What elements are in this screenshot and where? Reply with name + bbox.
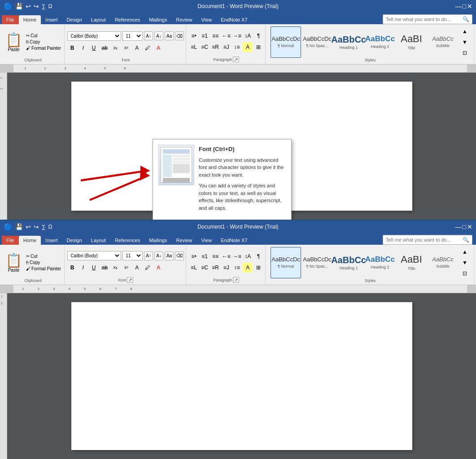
tab-layout-1[interactable]: Layout bbox=[87, 15, 110, 24]
font-shrink-btn-2[interactable]: A↓ bbox=[154, 251, 163, 260]
cut-button-1[interactable]: ✂ Cut bbox=[25, 33, 62, 39]
font-color-btn-1[interactable]: A bbox=[153, 43, 163, 53]
maximize-btn-2[interactable]: □ bbox=[463, 223, 466, 230]
line-spacing-btn-1[interactable]: ↕≡ bbox=[232, 42, 242, 52]
shading-btn-2[interactable]: A bbox=[243, 263, 253, 273]
paste-button-1[interactable]: 📋 Paste bbox=[4, 31, 24, 53]
line-spacing-btn-2[interactable]: ↕≡ bbox=[232, 263, 242, 273]
tab-file-2[interactable]: File bbox=[2, 236, 19, 245]
qat-redo-2[interactable]: ↪ bbox=[34, 223, 39, 230]
font-name-select-2[interactable]: Calibri (Body) bbox=[67, 251, 121, 260]
style-h2-1[interactable]: AaBbCc Heading 2 bbox=[365, 26, 395, 58]
decrease-indent-btn-1[interactable]: ←≡ bbox=[221, 31, 231, 41]
text-effect-btn-2[interactable]: A bbox=[132, 263, 142, 273]
cut-button-2[interactable]: ✂ Cut bbox=[25, 253, 62, 259]
font-size-select-2[interactable]: 11 bbox=[122, 251, 143, 260]
tab-mailings-2[interactable]: Mailings bbox=[144, 236, 171, 245]
align-left-btn-2[interactable]: ≡L bbox=[189, 263, 199, 273]
show-formatting-btn-2[interactable]: ¶ bbox=[253, 251, 263, 261]
borders-btn-2[interactable]: ⊞ bbox=[253, 263, 263, 273]
increase-indent-btn-1[interactable]: →≡ bbox=[232, 31, 242, 41]
clear-format-btn-1[interactable]: ⌫ bbox=[175, 31, 184, 40]
increase-indent-btn-2[interactable]: →≡ bbox=[232, 251, 242, 261]
style-h1-2[interactable]: AaBbCc Heading 1 bbox=[333, 247, 364, 278]
styles-scroll-up-2[interactable]: ▲ bbox=[460, 247, 470, 257]
borders-btn-1[interactable]: ⊞ bbox=[253, 42, 263, 52]
justify-btn-1[interactable]: ≡J bbox=[221, 42, 231, 52]
copy-button-2[interactable]: ⎘ Copy bbox=[25, 260, 62, 265]
strikethrough-btn-2[interactable]: ab bbox=[100, 263, 109, 273]
text-highlight-btn-1[interactable]: 🖊 bbox=[143, 43, 153, 53]
style-title-1[interactable]: AaBI Title bbox=[396, 26, 427, 58]
tab-insert-2[interactable]: Insert bbox=[41, 236, 62, 245]
copy-button-1[interactable]: ⎘ Copy bbox=[25, 39, 62, 45]
align-right-btn-2[interactable]: ≡R bbox=[210, 263, 220, 273]
tab-file-1[interactable]: File bbox=[2, 15, 19, 24]
style-nospace-1[interactable]: AaBbCcDc ¶ No Spac... bbox=[302, 26, 332, 58]
tab-endnote-1[interactable]: EndNote X7 bbox=[216, 15, 252, 24]
justify-btn-2[interactable]: ≡J bbox=[221, 263, 231, 273]
search-input-1[interactable] bbox=[386, 17, 463, 22]
close-btn-2[interactable]: ✕ bbox=[467, 223, 472, 230]
tab-layout-2[interactable]: Layout bbox=[87, 236, 110, 245]
font-color-btn-2[interactable]: A bbox=[153, 263, 163, 273]
qat-omega[interactable]: Ω bbox=[48, 3, 52, 9]
shading-btn-1[interactable]: A bbox=[243, 42, 253, 52]
tab-home-2[interactable]: Home bbox=[19, 236, 41, 245]
style-nospace-2[interactable]: AaBbCcDc ¶ No Spac... bbox=[302, 247, 332, 278]
qat-sigma[interactable]: ∑ bbox=[42, 3, 46, 9]
show-formatting-btn-1[interactable]: ¶ bbox=[253, 31, 263, 41]
sort-btn-2[interactable]: ↕A bbox=[243, 251, 253, 261]
numbering-btn-2[interactable]: ≡1 bbox=[200, 251, 210, 261]
style-h1-1[interactable]: AaBbCc Heading 1 bbox=[333, 26, 364, 58]
tab-endnote-2[interactable]: EndNote X7 bbox=[216, 236, 252, 245]
style-normal-1[interactable]: AaBbCcDc ¶ Normal bbox=[271, 26, 301, 58]
minimize-btn[interactable]: — bbox=[455, 3, 462, 10]
subscript-btn-1[interactable]: X₂ bbox=[110, 43, 120, 53]
tab-view-1[interactable]: View bbox=[197, 15, 217, 24]
align-center-btn-2[interactable]: ≡C bbox=[200, 263, 210, 273]
qat-undo[interactable]: ↩ bbox=[26, 3, 31, 10]
format-painter-button-1[interactable]: 🖌 Format Painter bbox=[25, 45, 62, 51]
close-btn[interactable]: ✕ bbox=[467, 3, 472, 10]
font-size-select-1[interactable]: 11 bbox=[122, 31, 143, 41]
qat-undo-2[interactable]: ↩ bbox=[26, 223, 31, 230]
para-dialog-launcher-2[interactable]: ↗ bbox=[233, 277, 239, 283]
underline-btn-1[interactable]: U bbox=[89, 43, 99, 53]
bullets-btn-1[interactable]: ≡• bbox=[189, 31, 199, 41]
qat-sigma-2[interactable]: ∑ bbox=[42, 224, 46, 230]
italic-btn-2[interactable]: I bbox=[78, 263, 88, 273]
tab-design-2[interactable]: Design bbox=[62, 236, 87, 245]
superscript-btn-1[interactable]: X² bbox=[121, 43, 131, 53]
style-normal-2[interactable]: AaBbCcDc ¶ Normal bbox=[271, 247, 301, 278]
clear-format-btn-2[interactable]: ⌫ bbox=[175, 251, 184, 260]
tab-view-2[interactable]: View bbox=[197, 236, 217, 245]
format-painter-button-2[interactable]: 🖌 Format Painter bbox=[25, 266, 62, 272]
underline-btn-2[interactable]: U bbox=[89, 263, 99, 273]
change-case-btn-2[interactable]: Aa bbox=[165, 251, 174, 260]
text-effect-btn-1[interactable]: A bbox=[132, 43, 142, 53]
qat-omega-2[interactable]: Ω bbox=[48, 224, 52, 230]
bullets-btn-2[interactable]: ≡• bbox=[189, 251, 199, 261]
style-h2-2[interactable]: AaBbCc Heading 2 bbox=[365, 247, 395, 278]
search-input-2[interactable] bbox=[386, 237, 463, 242]
search-bar-1[interactable]: 🔍 bbox=[383, 14, 472, 24]
font-shrink-btn-1[interactable]: A↓ bbox=[154, 31, 163, 40]
styles-more-1[interactable]: ⊡ bbox=[460, 48, 470, 58]
align-left-btn-1[interactable]: ≡L bbox=[189, 42, 199, 52]
font-grow-btn-1[interactable]: A↑ bbox=[144, 31, 153, 40]
decrease-indent-btn-2[interactable]: ←≡ bbox=[221, 251, 231, 261]
document-2[interactable] bbox=[71, 302, 412, 450]
tab-review-2[interactable]: Review bbox=[172, 236, 197, 245]
font-name-select-1[interactable]: Calibri (Body) bbox=[67, 31, 121, 41]
styles-scroll-up-1[interactable]: ▲ bbox=[460, 26, 470, 36]
bold-btn-2[interactable]: B bbox=[67, 263, 77, 273]
qat-save-2[interactable]: 💾 bbox=[15, 223, 23, 230]
align-right-btn-1[interactable]: ≡R bbox=[210, 42, 220, 52]
tab-mailings-1[interactable]: Mailings bbox=[144, 15, 171, 24]
tab-home-1[interactable]: Home bbox=[19, 15, 41, 24]
italic-btn-1[interactable]: I bbox=[78, 43, 88, 53]
change-case-btn-1[interactable]: Aa bbox=[165, 31, 174, 40]
text-highlight-btn-2[interactable]: 🖊 bbox=[143, 263, 153, 273]
paste-button-2[interactable]: 📋 Paste bbox=[4, 252, 24, 273]
